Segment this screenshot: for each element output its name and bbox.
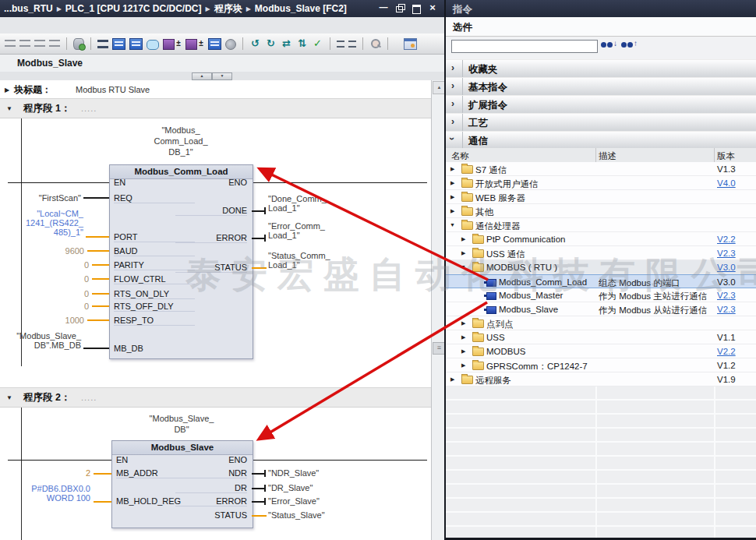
- menu-band: [0, 17, 444, 34]
- title-bar: ...bus_RTU ▶ PLC_1 [CPU 1217C DC/DC/DC] …: [0, 0, 444, 17]
- show-absolute-operands-icon[interactable]: [185, 39, 197, 50]
- close-button[interactable]: ×: [427, 2, 438, 13]
- tree-row-modbus[interactable]: ▶ MODBUSV2.2: [446, 344, 756, 358]
- breadcrumb-block[interactable]: Modbus_Slave [FC2]: [255, 3, 347, 14]
- upload-from-device-icon[interactable]: ⇅: [296, 37, 308, 50]
- tree-row-ptp-communication[interactable]: ▶ PtP CommunicationV2.2: [446, 232, 756, 246]
- operand-baud[interactable]: 9600: [0, 246, 84, 256]
- section-basic-instructions[interactable]: › 基本指令: [446, 77, 756, 96]
- data-block-icon[interactable]: [73, 38, 84, 50]
- collapse-networks-icon[interactable]: [129, 38, 143, 50]
- wire-dr-tick: [264, 485, 266, 492]
- power-rail: [21, 118, 22, 366]
- instance-db-label[interactable]: "Modbus_Slave_DB": [111, 413, 252, 435]
- splitter-down-button[interactable]: ▼: [212, 72, 232, 80]
- tree-row-s7-comm[interactable]: ▶ S7 通信V1.3: [446, 162, 756, 176]
- restore-button[interactable]: [394, 2, 405, 13]
- operand-req[interactable]: "FirstScan": [0, 193, 81, 203]
- network1-collapse-icon[interactable]: ▼: [6, 105, 12, 112]
- operand-rts-on[interactable]: 0: [0, 289, 89, 298]
- wire-mb-db: [83, 348, 109, 349]
- operand-resp[interactable]: 1000: [0, 316, 84, 325]
- operand-dr[interactable]: "DR_Slave": [268, 483, 313, 492]
- operand-status[interactable]: "Status_Slave": [268, 510, 325, 520]
- compile-icon[interactable]: ✓: [312, 37, 323, 50]
- breadcrumb-plc[interactable]: PLC_1 [CPU 1217C DC/DC/DC]: [65, 3, 202, 14]
- tree-row-point-to-point[interactable]: ▶ 点到点: [446, 316, 756, 330]
- network2-collapse-icon[interactable]: ▼: [6, 394, 12, 401]
- block-title-value[interactable]: Modbus RTU Slave: [76, 85, 150, 94]
- operand-port[interactable]: "Local~CM_1241_(RS422_485)_1": [0, 209, 83, 237]
- wire-flow: [92, 278, 109, 280]
- block-name[interactable]: Modbus_Slave: [112, 441, 253, 455]
- pin-eno: ENO: [175, 455, 247, 464]
- options-label: 选件: [453, 21, 472, 34]
- find-next-icon[interactable]: ↓: [600, 39, 616, 51]
- operand-parity[interactable]: 0: [0, 260, 89, 270]
- show-favorites-icon[interactable]: [163, 39, 175, 50]
- splitter-up-button[interactable]: ▲: [192, 72, 212, 80]
- operand-mb-hold-reg[interactable]: P#DB6.DBX0.0WORD 100: [0, 484, 90, 503]
- instruction-search-input[interactable]: [451, 40, 598, 53]
- pin-flow-ctrl: FLOW_CTRL: [114, 274, 195, 284]
- tree-row-comm-processors[interactable]: ▼ 通信处理器: [446, 218, 756, 232]
- operand-rts-off[interactable]: 0: [0, 302, 89, 311]
- operand-done[interactable]: "Done_Comm_Load_1": [268, 194, 327, 213]
- operand-error[interactable]: "Error_Comm_Load_1": [268, 221, 325, 240]
- maximize-button[interactable]: [411, 2, 422, 13]
- tree-row-gprscomm[interactable]: ▶ GPRSComm：CP1242-7V1.2: [446, 358, 756, 372]
- operand-ndr[interactable]: "NDR_Slave": [268, 468, 319, 478]
- expand-networks-icon[interactable]: [112, 38, 125, 50]
- show-all-networks-icon[interactable]: [97, 37, 108, 50]
- settings-icon[interactable]: [225, 39, 236, 50]
- breadcrumb-arrow-icon: ▶: [242, 5, 255, 12]
- redo-icon[interactable]: ↻: [265, 37, 277, 50]
- editor-scrollbar[interactable]: ▲ ≡: [431, 80, 444, 540]
- section-favorites[interactable]: › 收藏夹: [446, 59, 756, 78]
- tree-row-other[interactable]: ▶ 其他: [446, 204, 756, 218]
- section-extended-instructions[interactable]: › 扩展指令: [446, 95, 756, 114]
- open-branch-icon[interactable]: [34, 37, 45, 50]
- operand-error[interactable]: "Error_Slave": [268, 496, 320, 506]
- section-technology[interactable]: › 工艺: [446, 113, 756, 132]
- search-icon[interactable]: [369, 37, 381, 50]
- operand-mb-addr[interactable]: 2: [0, 468, 90, 478]
- tree-row-web-server[interactable]: ▶ WEB 服务器: [446, 190, 756, 204]
- panel-header: 指令: [446, 0, 756, 17]
- operand-flow[interactable]: 0: [0, 274, 89, 284]
- undo-icon[interactable]: ↺: [249, 37, 261, 50]
- instance-db-label[interactable]: "Modbus_Comm_Load_DB_1": [110, 125, 252, 157]
- pin-eno: ENO: [175, 178, 247, 187]
- toolbar-separator: [66, 37, 67, 50]
- tree-row-open-user-comm[interactable]: ▶ 开放式用户通信V4.0: [446, 176, 756, 190]
- toolbar-separator: [90, 37, 91, 50]
- pin-req: REQ: [114, 193, 195, 203]
- operand-mb-db[interactable]: "Modbus_Slave_DB".MB_DB: [0, 331, 81, 350]
- insert-network-icon[interactable]: [5, 37, 16, 50]
- section-communication[interactable]: › 通信: [446, 131, 756, 150]
- tree-row-modbus-slave[interactable]: Modbus_Slave 作为 Modbus 从站进行通信V2.3: [446, 302, 756, 316]
- network2-comment[interactable]: .....: [81, 393, 97, 402]
- tree-column-header: 名称 描述 版本: [446, 148, 756, 163]
- absolute-info-icon[interactable]: [337, 37, 344, 50]
- tree-row-remote-services[interactable]: ▶ 远程服务V1.9: [446, 372, 756, 386]
- delete-network-icon[interactable]: [19, 37, 30, 50]
- network1-comment[interactable]: .....: [81, 104, 97, 113]
- block-title-expander-icon[interactable]: ▶: [5, 86, 9, 94]
- pin-status: STATUS: [175, 510, 247, 520]
- pin-dr: DR: [175, 483, 247, 493]
- symbol-info-icon[interactable]: [348, 37, 356, 50]
- download-to-device-icon[interactable]: ⇄: [281, 37, 292, 50]
- window-layout-icon[interactable]: [404, 38, 417, 50]
- comments-icon[interactable]: [147, 40, 159, 50]
- close-branch-icon[interactable]: [49, 37, 60, 50]
- pin-mb-db: MB_DB: [114, 344, 195, 353]
- minimize-button[interactable]: —: [378, 2, 389, 13]
- breadcrumb-program-blocks[interactable]: 程序块: [214, 2, 242, 16]
- find-previous-icon[interactable]: ↑: [620, 39, 636, 51]
- free-form-comments-icon[interactable]: [208, 38, 221, 50]
- breadcrumb-project[interactable]: ...bus_RTU: [4, 3, 53, 14]
- wire-ndr-tick: [264, 470, 266, 477]
- plus-minus-icon: ±: [198, 37, 204, 50]
- tree-row-uss[interactable]: ▶ USSV1.1: [446, 330, 756, 344]
